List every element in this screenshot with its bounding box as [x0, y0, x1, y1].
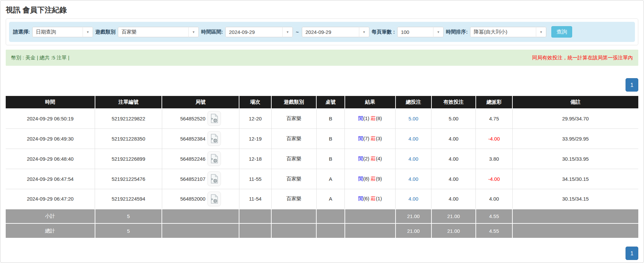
- round-id-value: 564852000: [180, 196, 205, 202]
- round-id-value: 564852107: [180, 176, 205, 182]
- cell-valid-bet: 4.00: [431, 189, 476, 209]
- filter-bar: 請選擇: 日期查詢 ▾ 遊戲類別 百家樂 ▾ 時間區間: 2024-09-29 …: [9, 22, 635, 42]
- round-id-value: 564852384: [180, 136, 205, 142]
- banker-result-label: 莊: [371, 156, 376, 161]
- cell-payout: 4.75: [476, 108, 512, 128]
- video-file-icon: [210, 194, 218, 204]
- game-type-value: 百家樂: [118, 27, 188, 37]
- grand-total-count: 5: [95, 223, 162, 238]
- video-file-icon: [210, 154, 218, 163]
- subtotal-label: 小計: [6, 209, 95, 223]
- total-bet-link[interactable]: 5.00: [409, 116, 418, 121]
- cell-payout: -4.00: [476, 128, 512, 149]
- banker-result-label: 莊: [371, 176, 376, 181]
- cell-round-id: 564852107: [162, 169, 239, 189]
- banker-result-label: 莊: [371, 136, 376, 141]
- cell-payout: 3.80: [476, 149, 512, 169]
- col-header-result: 結果: [345, 96, 396, 108]
- total-bet-link[interactable]: 4.00: [409, 176, 418, 182]
- player-result-score: (6): [363, 196, 369, 201]
- chevron-down-icon[interactable]: ▾: [83, 27, 93, 37]
- video-file-icon: [210, 134, 218, 143]
- banker-result-label: 莊: [371, 196, 376, 201]
- cell-time: 2024-09-29 06:47:20: [6, 189, 95, 209]
- cell-game-type: 百家樂: [271, 189, 316, 209]
- video-replay-button[interactable]: [208, 151, 221, 166]
- chevron-down-icon[interactable]: ▾: [359, 27, 369, 37]
- cell-valid-bet: 5.00: [431, 108, 476, 128]
- subtotal-valid-bet: 21.00: [431, 209, 476, 223]
- cell-session: 11-54: [239, 189, 271, 209]
- col-header-total-bet: 總投注: [396, 96, 431, 108]
- payout-value: -4.00: [488, 136, 500, 142]
- date-range-separator: ~: [295, 29, 300, 35]
- total-bet-link[interactable]: 4.00: [409, 136, 418, 142]
- video-replay-button[interactable]: [208, 131, 221, 146]
- table-row: 2024-09-29 06:50:19521921229822564852520…: [6, 108, 638, 128]
- video-file-icon: [210, 114, 218, 123]
- banker-result-label: 莊: [371, 115, 376, 121]
- sort-select[interactable]: 降冪(由大到小) ▾: [470, 27, 546, 37]
- chevron-down-icon[interactable]: ▾: [188, 27, 199, 37]
- payout-value: -4.00: [488, 176, 500, 182]
- cell-game-type: 百家樂: [271, 169, 316, 189]
- cell-bet-id: 521921224594: [95, 189, 162, 209]
- cell-valid-bet: 4.00: [431, 169, 476, 189]
- chevron-down-icon[interactable]: ▾: [536, 27, 546, 37]
- col-header-table: 桌號: [316, 96, 345, 108]
- cell-result: 閒(2) 莊(4): [345, 149, 396, 169]
- cell-valid-bet: 4.00: [431, 128, 476, 149]
- cell-bet-id: 521921228350: [95, 128, 162, 149]
- grand-total-total-bet: 21.00: [396, 223, 431, 238]
- chevron-down-icon[interactable]: ▾: [433, 27, 444, 37]
- player-result-label: 閒: [358, 196, 363, 201]
- cell-game-type: 百家樂: [271, 149, 316, 169]
- player-result-score: (1): [363, 115, 369, 121]
- cell-time: 2024-09-29 06:47:54: [6, 169, 95, 189]
- cell-table-code: B: [316, 128, 345, 149]
- player-result-score: (7): [363, 136, 369, 141]
- date-from-select[interactable]: 2024-09-29 ▾: [225, 27, 293, 37]
- total-bet-link[interactable]: 4.00: [409, 156, 418, 162]
- page-size-select[interactable]: 100 ▾: [397, 27, 444, 37]
- cell-total-bet: 4.00: [396, 169, 431, 189]
- grand-total-label: 總計: [6, 223, 95, 238]
- cell-time: 2024-09-29 06:50:19: [6, 108, 95, 128]
- chevron-down-icon[interactable]: ▾: [282, 27, 293, 37]
- bet-records-table: 時間 注單編號 局號 場次 遊戲類別 桌號 結果 總投注 有效投注 總派彩 備註…: [6, 96, 638, 238]
- col-header-valid-bet: 有效投注: [431, 96, 476, 108]
- table-row: 2024-09-29 06:47:54521921225476564852107…: [6, 169, 638, 189]
- date-to-value: 2024-09-29: [302, 27, 359, 37]
- search-button[interactable]: 查詢: [551, 26, 572, 38]
- cell-payout: 4.00: [476, 189, 512, 209]
- cell-round-id: 564852000: [162, 189, 239, 209]
- date-from-value: 2024-09-29: [225, 27, 282, 37]
- player-result-label: 閒: [358, 176, 363, 181]
- grand-total-row: 總計 5 21.00 21.00 4.55: [6, 223, 638, 238]
- currency-total-text: 幣別 : 美金 | 總共 :5 注單 |: [11, 55, 70, 61]
- pagination-bottom: 1: [6, 247, 638, 260]
- total-bet-link[interactable]: 4.00: [409, 196, 418, 202]
- col-header-round-id: 局號: [162, 96, 239, 108]
- grand-total-payout: 4.55: [476, 223, 512, 238]
- query-type-select[interactable]: 日期查詢 ▾: [32, 27, 93, 37]
- cell-session: 12-19: [239, 128, 271, 149]
- cell-result: 閒(1) 莊(8): [345, 108, 396, 128]
- grand-total-valid-bet: 21.00: [431, 223, 476, 238]
- game-type-select[interactable]: 百家樂 ▾: [118, 27, 199, 37]
- page-1-button[interactable]: 1: [626, 78, 638, 92]
- table-header-row: 時間 注單編號 局號 場次 遊戲類別 桌號 結果 總投注 有效投注 總派彩 備註: [6, 96, 638, 108]
- cell-remark: 33.95/29.95: [512, 128, 638, 149]
- video-replay-button[interactable]: [208, 192, 221, 206]
- cell-table-code: B: [316, 149, 345, 169]
- page-1-button[interactable]: 1: [626, 247, 638, 260]
- video-replay-button[interactable]: [208, 171, 221, 186]
- player-result-score: (8): [363, 176, 369, 181]
- video-replay-button[interactable]: [208, 111, 221, 126]
- cell-total-bet: 5.00: [396, 108, 431, 128]
- cell-total-bet: 4.00: [396, 189, 431, 209]
- sort-value: 降冪(由大到小): [470, 27, 536, 37]
- cell-remark: 30.15/34.15: [512, 189, 638, 209]
- date-to-select[interactable]: 2024-09-29 ▾: [302, 27, 369, 37]
- game-type-label: 遊戲類別: [95, 29, 116, 35]
